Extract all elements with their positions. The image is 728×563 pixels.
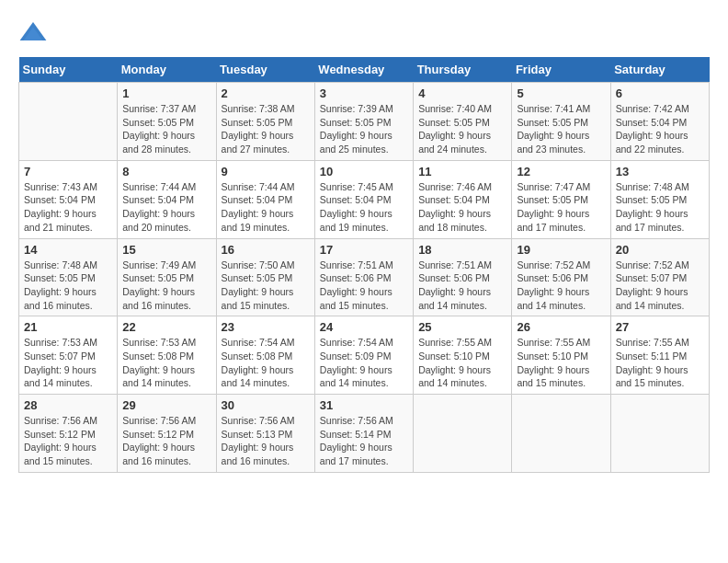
day-number: 21 [24, 320, 112, 334]
day-number: 30 [222, 398, 310, 412]
calendar-cell: 11Sunrise: 7:46 AMSunset: 5:04 PMDayligh… [414, 160, 512, 238]
day-info: Sunrise: 7:51 AMSunset: 5:06 PMDaylight:… [418, 259, 506, 313]
weekday-header-monday: Monday [118, 57, 216, 83]
calendar-cell [512, 395, 610, 473]
day-number: 1 [122, 86, 210, 100]
calendar-cell: 8Sunrise: 7:44 AMSunset: 5:04 PMDaylight… [118, 160, 216, 238]
calendar-cell: 19Sunrise: 7:52 AMSunset: 5:06 PMDayligh… [512, 238, 610, 316]
day-number: 29 [122, 398, 210, 412]
day-number: 20 [616, 243, 704, 257]
day-info: Sunrise: 7:48 AMSunset: 5:05 PMDaylight:… [24, 259, 112, 313]
calendar-cell: 16Sunrise: 7:50 AMSunset: 5:05 PMDayligh… [216, 238, 314, 316]
day-number: 27 [616, 320, 704, 334]
calendar-cell: 18Sunrise: 7:51 AMSunset: 5:06 PMDayligh… [414, 238, 512, 316]
calendar-header: SundayMondayTuesdayWednesdayThursdayFrid… [19, 57, 710, 83]
calendar-cell [414, 395, 512, 473]
calendar-cell: 26Sunrise: 7:55 AMSunset: 5:10 PMDayligh… [512, 316, 610, 395]
day-info: Sunrise: 7:47 AMSunset: 5:05 PMDaylight:… [517, 180, 605, 235]
day-info: Sunrise: 7:37 AMSunset: 5:05 PMDaylight:… [122, 102, 210, 156]
weekday-row: SundayMondayTuesdayWednesdayThursdayFrid… [19, 57, 710, 83]
day-info: Sunrise: 7:52 AMSunset: 5:06 PMDaylight:… [517, 259, 605, 313]
day-info: Sunrise: 7:54 AMSunset: 5:08 PMDaylight:… [222, 336, 310, 390]
day-info: Sunrise: 7:56 AMSunset: 5:14 PMDaylight:… [320, 414, 408, 468]
day-number: 12 [517, 165, 605, 178]
day-number: 13 [616, 165, 704, 178]
day-info: Sunrise: 7:56 AMSunset: 5:13 PMDaylight:… [222, 414, 310, 468]
day-info: Sunrise: 7:56 AMSunset: 5:12 PMDaylight:… [24, 414, 112, 468]
calendar-week-row: 14Sunrise: 7:48 AMSunset: 5:05 PMDayligh… [19, 238, 710, 316]
day-info: Sunrise: 7:54 AMSunset: 5:09 PMDaylight:… [320, 336, 408, 390]
day-info: Sunrise: 7:45 AMSunset: 5:04 PMDaylight:… [320, 180, 408, 235]
day-number: 19 [517, 243, 605, 257]
day-info: Sunrise: 7:39 AMSunset: 5:05 PMDaylight:… [320, 102, 408, 156]
day-number: 4 [418, 86, 506, 100]
calendar-cell: 13Sunrise: 7:48 AMSunset: 5:05 PMDayligh… [610, 160, 709, 238]
day-number: 2 [222, 86, 310, 100]
day-info: Sunrise: 7:44 AMSunset: 5:04 PMDaylight:… [222, 180, 310, 235]
day-number: 18 [418, 243, 506, 257]
calendar-cell: 2Sunrise: 7:38 AMSunset: 5:05 PMDaylight… [216, 83, 314, 161]
calendar-cell: 22Sunrise: 7:53 AMSunset: 5:08 PMDayligh… [118, 316, 216, 395]
day-info: Sunrise: 7:48 AMSunset: 5:05 PMDaylight:… [616, 180, 704, 235]
calendar-cell [19, 83, 118, 161]
day-number: 6 [616, 86, 704, 100]
calendar-cell: 30Sunrise: 7:56 AMSunset: 5:13 PMDayligh… [216, 395, 314, 473]
weekday-header-wednesday: Wednesday [314, 57, 413, 83]
day-number: 16 [222, 243, 310, 257]
day-number: 3 [320, 86, 408, 100]
calendar-cell: 20Sunrise: 7:52 AMSunset: 5:07 PMDayligh… [610, 238, 709, 316]
calendar-cell: 25Sunrise: 7:55 AMSunset: 5:10 PMDayligh… [414, 316, 512, 395]
calendar-week-row: 1Sunrise: 7:37 AMSunset: 5:05 PMDaylight… [19, 83, 710, 161]
day-number: 17 [320, 243, 408, 257]
day-info: Sunrise: 7:49 AMSunset: 5:05 PMDaylight:… [122, 259, 210, 313]
day-number: 9 [222, 165, 310, 178]
day-info: Sunrise: 7:51 AMSunset: 5:06 PMDaylight:… [320, 259, 408, 313]
calendar-cell: 24Sunrise: 7:54 AMSunset: 5:09 PMDayligh… [314, 316, 413, 395]
calendar-cell: 23Sunrise: 7:54 AMSunset: 5:08 PMDayligh… [216, 316, 314, 395]
day-info: Sunrise: 7:55 AMSunset: 5:10 PMDaylight:… [418, 336, 506, 390]
calendar-cell: 28Sunrise: 7:56 AMSunset: 5:12 PMDayligh… [19, 395, 118, 473]
day-number: 14 [24, 243, 112, 257]
calendar-cell: 14Sunrise: 7:48 AMSunset: 5:05 PMDayligh… [19, 238, 118, 316]
calendar-cell: 17Sunrise: 7:51 AMSunset: 5:06 PMDayligh… [314, 238, 413, 316]
day-info: Sunrise: 7:42 AMSunset: 5:04 PMDaylight:… [616, 102, 704, 156]
calendar-cell: 27Sunrise: 7:55 AMSunset: 5:11 PMDayligh… [610, 316, 709, 395]
calendar-cell: 5Sunrise: 7:41 AMSunset: 5:05 PMDaylight… [512, 83, 610, 161]
day-number: 25 [418, 320, 506, 334]
calendar-table: SundayMondayTuesdayWednesdayThursdayFrid… [18, 57, 710, 473]
day-info: Sunrise: 7:55 AMSunset: 5:11 PMDaylight:… [616, 336, 704, 390]
day-info: Sunrise: 7:53 AMSunset: 5:08 PMDaylight:… [122, 336, 210, 390]
day-info: Sunrise: 7:56 AMSunset: 5:12 PMDaylight:… [122, 414, 210, 468]
day-number: 23 [222, 320, 310, 334]
calendar-cell: 4Sunrise: 7:40 AMSunset: 5:05 PMDaylight… [414, 83, 512, 161]
day-info: Sunrise: 7:44 AMSunset: 5:04 PMDaylight:… [122, 180, 210, 235]
logo-icon [18, 18, 48, 48]
logo [18, 18, 51, 48]
weekday-header-sunday: Sunday [19, 57, 118, 83]
weekday-header-saturday: Saturday [610, 57, 709, 83]
day-info: Sunrise: 7:38 AMSunset: 5:05 PMDaylight:… [222, 102, 310, 156]
calendar-week-row: 28Sunrise: 7:56 AMSunset: 5:12 PMDayligh… [19, 395, 710, 473]
calendar-cell [610, 395, 709, 473]
day-info: Sunrise: 7:53 AMSunset: 5:07 PMDaylight:… [24, 336, 112, 390]
day-number: 11 [418, 165, 506, 178]
day-number: 15 [122, 243, 210, 257]
day-info: Sunrise: 7:50 AMSunset: 5:05 PMDaylight:… [222, 259, 310, 313]
day-number: 8 [122, 165, 210, 178]
calendar-cell: 31Sunrise: 7:56 AMSunset: 5:14 PMDayligh… [314, 395, 413, 473]
day-info: Sunrise: 7:41 AMSunset: 5:05 PMDaylight:… [517, 102, 605, 156]
calendar-cell: 1Sunrise: 7:37 AMSunset: 5:05 PMDaylight… [118, 83, 216, 161]
day-number: 24 [320, 320, 408, 334]
calendar-cell: 7Sunrise: 7:43 AMSunset: 5:04 PMDaylight… [19, 160, 118, 238]
day-number: 22 [122, 320, 210, 334]
calendar-week-row: 7Sunrise: 7:43 AMSunset: 5:04 PMDaylight… [19, 160, 710, 238]
calendar-cell: 29Sunrise: 7:56 AMSunset: 5:12 PMDayligh… [118, 395, 216, 473]
calendar-cell: 15Sunrise: 7:49 AMSunset: 5:05 PMDayligh… [118, 238, 216, 316]
day-info: Sunrise: 7:40 AMSunset: 5:05 PMDaylight:… [418, 102, 506, 156]
day-info: Sunrise: 7:46 AMSunset: 5:04 PMDaylight:… [418, 180, 506, 235]
day-number: 5 [517, 86, 605, 100]
calendar-cell: 12Sunrise: 7:47 AMSunset: 5:05 PMDayligh… [512, 160, 610, 238]
weekday-header-friday: Friday [512, 57, 610, 83]
day-number: 28 [24, 398, 112, 412]
day-number: 26 [517, 320, 605, 334]
